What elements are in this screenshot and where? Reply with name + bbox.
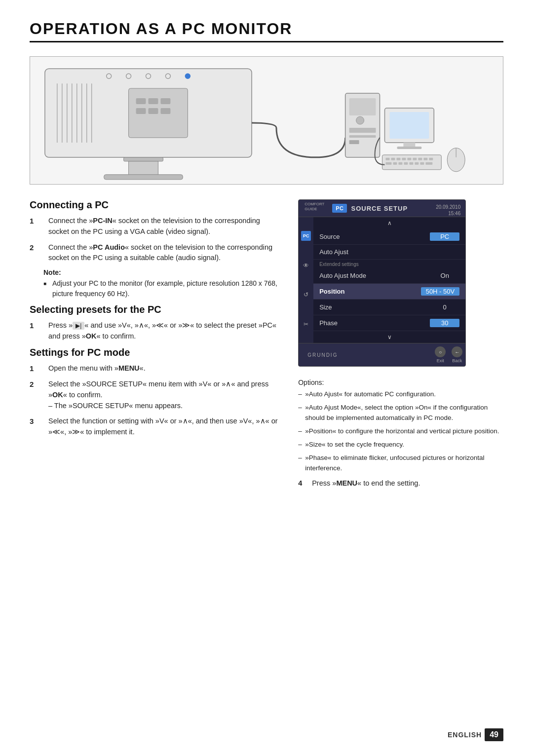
svg-rect-38 [402, 158, 406, 160]
svg-rect-27 [349, 128, 376, 133]
svg-rect-33 [397, 147, 421, 149]
osd-row-auto-ajust: Auto Ajust [313, 245, 465, 260]
svg-rect-13 [136, 108, 146, 114]
svg-rect-22 [129, 161, 158, 176]
settings-step-1: Open the menu with »MENU«. [30, 363, 280, 375]
svg-rect-14 [149, 108, 158, 114]
svg-rect-46 [398, 162, 402, 165]
note-box: Note: Adjust your PC to the monitor (for… [43, 268, 280, 299]
settings-pc-heading: Settings for PC mode [30, 347, 280, 358]
svg-rect-21 [124, 157, 163, 161]
option-size: »Size« to set the cycle frequency. [298, 440, 503, 450]
svg-rect-15 [160, 108, 170, 114]
osd-pc-icon: PC [332, 204, 347, 213]
svg-rect-39 [407, 158, 411, 160]
bottom-step-4: 4 Press »MENU« to end the setting. [298, 478, 503, 489]
svg-rect-43 [429, 158, 433, 160]
svg-rect-12 [160, 98, 170, 104]
osd-header: COMFORTGUIDE PC SOURCE SETUP 20.09.2010 … [299, 200, 465, 217]
svg-rect-40 [413, 158, 417, 160]
osd-content: ∧ Source PC Auto Ajust Extended settings [313, 217, 465, 343]
right-column: COMFORTGUIDE PC SOURCE SETUP 20.09.2010 … [298, 199, 503, 489]
osd-sidebar: PC 👁 ↺ ✂ [299, 217, 313, 343]
connecting-pc-section: Connecting a PC Connect the »PC-IN« sock… [30, 199, 280, 299]
osd-extended-label: Extended settings [313, 260, 465, 268]
osd-row-size: Size 0 [313, 300, 465, 315]
svg-rect-10 [136, 98, 146, 104]
osd-rotate-icon: ↺ [301, 290, 311, 300]
note-list: Adjust your PC to the monitor (for examp… [43, 278, 280, 299]
options-label: Options: [298, 378, 503, 386]
main-content: Connecting a PC Connect the »PC-IN« sock… [30, 199, 503, 489]
options-list: »Auto Ajust« for automatic PC configurat… [298, 389, 503, 473]
options-section: Options: »Auto Ajust« for automatic PC c… [298, 378, 503, 489]
connecting-pc-heading: Connecting a PC [30, 199, 280, 211]
osd-body: PC 👁 ↺ ✂ ∧ Source PC Auto Ajust [299, 217, 465, 343]
selecting-presets-heading: Selecting presets for the PC [30, 304, 280, 315]
option-auto-ajust: »Auto Ajust« for automatic PC configurat… [298, 389, 503, 400]
selecting-presets-steps: Press »▶|« and use »V«, »∧«, »≪« or »≫« … [30, 320, 280, 342]
option-phase: »Phase« to eliminate flicker, unfocused … [298, 453, 503, 474]
svg-rect-51 [425, 162, 432, 165]
page-footer: ENGLISH 49 [448, 728, 503, 741]
option-auto-ajust-mode: »Auto Ajust Mode«, select the option »On… [298, 403, 503, 423]
svg-rect-11 [149, 98, 158, 104]
svg-rect-29 [349, 140, 359, 144]
grundig-logo: GRUNDIG [302, 351, 343, 359]
footer-page-number: 49 [485, 728, 503, 741]
osd-row-phase: Phase 30 [313, 315, 465, 331]
osd-source-setup-title: SOURCE SETUP [351, 205, 408, 212]
osd-row-position: Position 50H - 50V [313, 284, 465, 300]
osd-footer: GRUNDIG ○ Exit ← Back [299, 343, 465, 366]
osd-tools-icon: ✂ [301, 319, 311, 329]
note-item: Adjust your PC to the monitor (for examp… [43, 278, 280, 299]
svg-point-20 [185, 74, 190, 78]
svg-rect-41 [418, 158, 422, 160]
svg-rect-31 [389, 112, 429, 139]
svg-rect-23 [104, 175, 183, 180]
connecting-step-2: Connect the »PC Audio« socket on the tel… [30, 242, 280, 264]
svg-rect-28 [349, 135, 376, 138]
svg-rect-47 [404, 162, 408, 165]
diagram-image [30, 56, 503, 185]
osd-row-auto-ajust-mode: Auto Ajust Mode On [313, 268, 465, 284]
settings-pc-steps: Open the menu with »MENU«. Select the »S… [30, 363, 280, 438]
svg-rect-37 [396, 158, 400, 160]
svg-point-26 [356, 116, 364, 124]
footer-language: ENGLISH [448, 731, 482, 739]
svg-rect-42 [423, 158, 427, 160]
svg-rect-45 [393, 162, 397, 165]
svg-rect-49 [415, 162, 419, 165]
osd-back-btn: ← Back [452, 346, 462, 363]
osd-row-source: Source PC [313, 229, 465, 245]
osd-nav-down: ∨ [313, 331, 465, 343]
svg-rect-25 [349, 98, 376, 115]
option-position: »Position« to configure the horizontal a… [298, 426, 503, 437]
osd-nav-up: ∧ [313, 217, 465, 229]
selecting-presets-section: Selecting presets for the PC Press »▶|« … [30, 304, 280, 342]
svg-rect-35 [385, 158, 389, 160]
connecting-step-1: Connect the »PC-IN« socket on the televi… [30, 216, 280, 237]
svg-rect-44 [385, 162, 391, 165]
svg-rect-48 [409, 162, 413, 165]
osd-exit-btn: ○ Exit [435, 346, 446, 363]
osd-eye-icon: 👁 [301, 261, 311, 270]
settings-step-3: Select the function or setting with »V« … [30, 416, 280, 438]
osd-timestamp: 20.09.2010 15:46 [436, 204, 460, 217]
page-title: OPERATION AS A PC MONITOR [30, 20, 503, 42]
svg-rect-50 [420, 162, 424, 165]
svg-rect-36 [391, 158, 395, 160]
osd-screen: COMFORTGUIDE PC SOURCE SETUP 20.09.2010 … [298, 199, 466, 367]
left-column: Connecting a PC Connect the »PC-IN« sock… [30, 199, 280, 489]
selecting-step-1: Press »▶|« and use »V«, »∧«, »≪« or »≫« … [30, 320, 280, 342]
settings-pc-section: Settings for PC mode Open the menu with … [30, 347, 280, 438]
settings-step-2: Select the »SOURCE SETUP« menu item with… [30, 379, 280, 411]
osd-pc-sidebar-icon: PC [301, 231, 311, 241]
connecting-pc-steps: Connect the »PC-IN« socket on the televi… [30, 216, 280, 264]
